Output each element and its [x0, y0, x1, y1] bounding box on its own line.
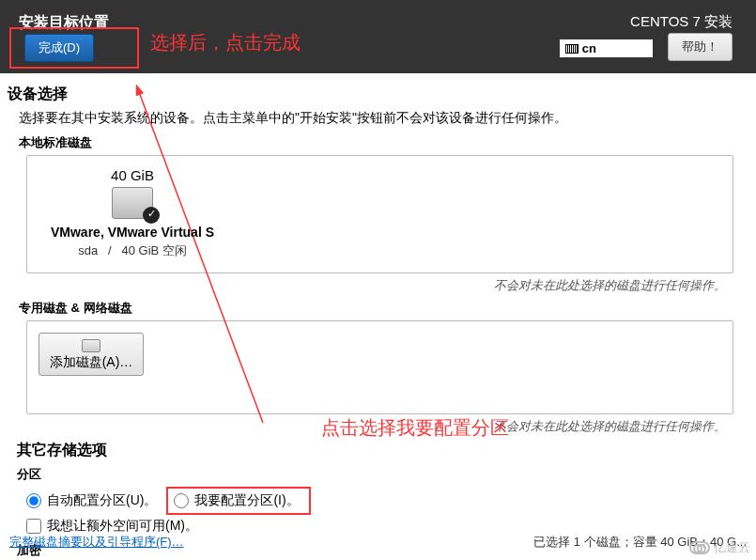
keyboard-icon	[565, 44, 579, 54]
special-disks-container: 添加磁盘(A)…	[26, 320, 733, 414]
add-disk-icon	[82, 339, 100, 352]
done-button[interactable]: 完成(D)	[24, 34, 94, 62]
local-disks-heading: 本地标准磁盘	[19, 134, 745, 151]
local-disk-note: 不会对未在此处选择的磁盘进行任何操作。	[8, 277, 726, 294]
footer-bar: 完整磁盘摘要以及引导程序(F)… 已选择 1 个磁盘；容量 40 GiB；40 …	[9, 534, 747, 551]
disk-item[interactable]: 40 GiB ✓ VMware, VMware Virtual S sda / …	[39, 167, 226, 259]
installer-header: 安装目标位置 完成(D) 选择后，点击完成 CENTOS 7 安装 cn 帮助！	[0, 0, 756, 73]
extra-space-checkbox[interactable]	[26, 519, 41, 534]
device-instruction: 选择要在其中安装系统的设备。点击主菜单中的"开始安装"按钮前不会对该设备进行任何…	[19, 110, 745, 127]
manual-partition-radio[interactable]	[174, 493, 189, 508]
watermark: 亿速云	[689, 539, 750, 556]
annotation-text-partition: 点击选择我要配置分区	[321, 415, 509, 441]
main-content: 设备选择 选择要在其中安装系统的设备。点击主菜单中的"开始安装"按钮前不会对该设…	[0, 73, 756, 559]
manual-partition-label: 我要配置分区(I)。	[194, 492, 299, 509]
hard-disk-icon: ✓	[112, 187, 153, 219]
watermark-text: 亿速云	[714, 539, 750, 556]
extra-space-option[interactable]: 我想让额外空间可用(M)。	[26, 518, 745, 535]
disk-summary-link[interactable]: 完整磁盘摘要以及引导程序(F)…	[9, 534, 184, 551]
keyboard-indicator[interactable]: cn	[560, 39, 653, 57]
device-selection-heading: 设备选择	[8, 85, 745, 104]
annotation-highlight-manual: 我要配置分区(I)。	[166, 487, 310, 515]
annotation-highlight-done: 完成(D)	[9, 27, 139, 69]
disk-name: VMware, VMware Virtual S	[39, 225, 226, 240]
help-button[interactable]: 帮助！	[668, 33, 733, 61]
add-disk-label: 添加磁盘(A)…	[50, 354, 133, 371]
partition-label: 分区	[17, 466, 745, 483]
keyboard-lang: cn	[582, 41, 596, 55]
special-disks-heading: 专用磁盘 & 网络磁盘	[19, 300, 745, 317]
disk-capacity: 40 GiB	[39, 167, 226, 183]
manual-partition-option[interactable]: 我要配置分区(I)。	[174, 492, 299, 509]
disk-free-info: sda / 40 GiB 空闲	[39, 242, 226, 259]
auto-partition-label: 自动配置分区(U)。	[47, 492, 157, 509]
storage-options-heading: 其它存储选项	[17, 441, 745, 460]
auto-partition-option[interactable]: 自动配置分区(U)。	[26, 492, 157, 509]
watermark-icon	[689, 541, 710, 554]
selected-check-icon: ✓	[147, 208, 156, 220]
extra-space-label: 我想让额外空间可用(M)。	[47, 518, 198, 535]
add-disk-button[interactable]: 添加磁盘(A)…	[39, 333, 144, 376]
auto-partition-radio[interactable]	[26, 493, 41, 508]
local-disks-container: 40 GiB ✓ VMware, VMware Virtual S sda / …	[26, 155, 733, 273]
installer-title: CENTOS 7 安装	[630, 13, 733, 31]
annotation-text-done: 选择后，点击完成	[150, 30, 301, 55]
